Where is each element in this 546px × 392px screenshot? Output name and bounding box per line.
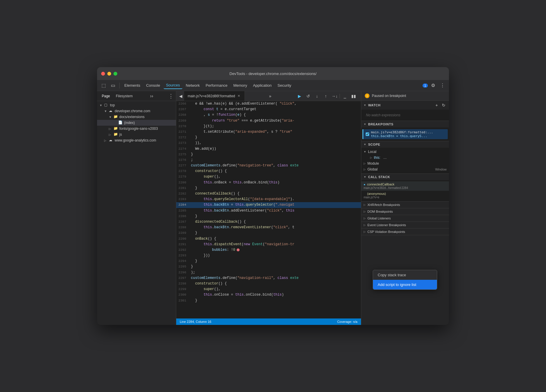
status-bar: Line 2284, Column 16 Coverage: n/a: [176, 318, 361, 325]
module-arrow: ▷: [364, 162, 366, 165]
code-line-2269: 2269 return "true" === e.getAttribute("a…: [176, 118, 361, 124]
scope-arrow: ▼: [364, 143, 366, 146]
callstack-item-1[interactable]: ● (anonymous) main.js?v=e: [361, 191, 449, 200]
line-num: 2276: [176, 157, 190, 163]
scope-header[interactable]: ▼ Scope: [361, 141, 449, 148]
callstack-active-icon: ●: [364, 183, 365, 186]
pause-on-exceptions-button[interactable]: ▮▮: [350, 92, 357, 100]
line-num: 2273: [176, 140, 190, 146]
watch-header[interactable]: ▼ Watch + ↻: [361, 101, 449, 110]
breakpoint-code: this.backBtn = this.queryS...: [371, 134, 433, 138]
csp-violation-header[interactable]: ▷ CSP Violation Breakpoints: [361, 229, 449, 235]
tab-application[interactable]: Application: [251, 82, 274, 89]
breakpoint-checkbox[interactable]: [366, 132, 369, 136]
line-content: this.backBtn.addEventListener("click", t…: [190, 208, 361, 214]
line-num: 2270: [176, 124, 190, 129]
local-scope-header[interactable]: ▼ Local: [361, 149, 449, 155]
callstack-header[interactable]: ▼ Call Stack: [361, 174, 449, 180]
device-toolbar-button[interactable]: ▭: [109, 81, 117, 90]
step-into-button[interactable]: ↓: [313, 92, 321, 100]
minimize-button[interactable]: [107, 72, 111, 76]
xhr-fetch-section: ▷ XHR/fetch Breakpoints: [361, 202, 449, 208]
file-icon-index: 📄: [118, 120, 123, 125]
code-line-2293: 2293 })): [176, 253, 361, 258]
line-num: 2284: [176, 202, 190, 208]
right-panel-scroll: ▼ Watch + ↻ No watch expressions ▼: [361, 101, 449, 325]
code-line-2279: 2279 super(),: [176, 174, 361, 180]
this-scope-item[interactable]: ▷ this: …: [361, 155, 449, 161]
deactivate-breakpoints-button[interactable]: ⎯: [341, 92, 349, 100]
add-watch-button[interactable]: +: [434, 102, 440, 108]
sidebar-toggle-button[interactable]: ◀: [177, 93, 184, 100]
refresh-watch-button[interactable]: ↻: [441, 102, 447, 108]
editor-tab-main-js[interactable]: main.js?v=e382d86f:formatted ✕: [184, 91, 245, 101]
settings-button[interactable]: ⚙: [429, 81, 437, 90]
left-panel: Page Filesystem ›› ⋮ ▼ ▢ top ▼ ☁ de: [97, 91, 176, 325]
code-line-2301: 2301 }: [176, 298, 361, 304]
line-content: }(t);: [190, 124, 361, 129]
new-source-button[interactable]: ⋮: [168, 93, 174, 99]
line-num: 2294: [176, 258, 190, 264]
tab-console[interactable]: Console: [144, 82, 162, 89]
module-scope-header[interactable]: ▷ Module: [361, 161, 449, 166]
tree-item-docs-extensions[interactable]: ▼ 📁 docs/extensions: [97, 114, 176, 120]
line-num: 2266: [176, 101, 190, 107]
tree-item-top[interactable]: ▼ ▢ top: [97, 102, 176, 108]
line-content: }: [190, 135, 361, 140]
xhr-arrow: ▷: [364, 203, 366, 206]
dom-breakpoints-section: ▷ DOM Breakpoints: [361, 208, 449, 215]
step-out-button[interactable]: ↑: [322, 92, 330, 100]
global-label: Global: [367, 167, 378, 171]
copy-stack-trace-item[interactable]: Copy stack trace: [373, 270, 437, 280]
tree-item-index[interactable]: ▷ 📄 (index): [97, 120, 176, 126]
close-tab-button[interactable]: ✕: [237, 94, 241, 98]
code-line-2272: 2272 }: [176, 135, 361, 140]
breakpoints-header[interactable]: ▼ Breakpoints: [361, 121, 449, 127]
editor-tabs-more-button[interactable]: »: [267, 93, 273, 100]
global-listeners-header[interactable]: ▷ Global Listeners: [361, 215, 449, 221]
breakpoints-section: ▼ Breakpoints main.js?v=e382d86f:formatt…: [361, 121, 449, 141]
maximize-button[interactable]: [113, 72, 117, 76]
more-options-button[interactable]: ⋮: [438, 81, 447, 90]
tree-item-analytics[interactable]: ▷ ☁ www.google-analytics.com: [97, 137, 176, 143]
tab-page[interactable]: Page: [99, 93, 112, 99]
tab-memory[interactable]: Memory: [231, 82, 250, 89]
panel-more-button[interactable]: ››: [150, 93, 153, 99]
panel-tabs: Page Filesystem ›› ⋮: [97, 91, 176, 101]
line-num: 2292: [176, 247, 190, 253]
callstack-item-0[interactable]: ● connectedCallback main.js?v=e382d...fo…: [361, 181, 449, 191]
tab-sources[interactable]: Sources: [164, 82, 182, 89]
tree-item-fonts[interactable]: ▷ 📁 fonts/google-sans-v2003: [97, 126, 176, 132]
global-scope-header[interactable]: ▷ Global Window: [361, 166, 449, 172]
tab-security[interactable]: Security: [275, 82, 294, 89]
status-coverage: Coverage: n/a: [337, 320, 357, 323]
add-to-ignore-list-item[interactable]: Add script to ignore list: [373, 280, 437, 289]
tab-network[interactable]: Network: [184, 82, 202, 89]
step-button[interactable]: →↓: [331, 92, 338, 100]
breakpoint-file: main.js?v=e382d86f:formatted:...: [371, 130, 433, 134]
breakpoint-item[interactable]: main.js?v=e382d86f:formatted:... this.ba…: [362, 129, 448, 139]
folder-icon-docs: 📁: [113, 115, 118, 119]
tree-item-js[interactable]: ▷ 📁 js: [97, 132, 176, 137]
code-line-2280: 2280 this.onBack = this.onBack.bind(this…: [176, 180, 361, 185]
tab-performance[interactable]: Performance: [203, 82, 230, 89]
step-over-button[interactable]: ↺: [304, 92, 312, 100]
csp-violation-arrow: ▷: [364, 230, 366, 233]
tree-arrow-js: ▷: [109, 133, 113, 136]
code-editor[interactable]: 2266 e && !we.has(e) && (e.addEventListe…: [176, 101, 361, 318]
xhr-fetch-header[interactable]: ▷ XHR/fetch Breakpoints: [361, 202, 449, 208]
callstack-content: ● connectedCallback main.js?v=e382d...fo…: [361, 180, 449, 201]
cursor-tool-button[interactable]: ⬚: [99, 81, 108, 90]
tab-elements[interactable]: Elements: [122, 82, 143, 89]
code-line-2298: 2298 constructor() {: [176, 281, 361, 287]
callstack-arrow: ▼: [364, 175, 366, 178]
tree-arrow-top: ▼: [99, 104, 104, 107]
close-button[interactable]: [101, 72, 105, 76]
tree-item-chrome-com[interactable]: ▼ ☁ developer.chrome.com: [97, 108, 176, 114]
resume-button[interactable]: ▶: [296, 92, 303, 100]
folder-icon: ▢: [104, 103, 109, 108]
dom-breakpoints-header[interactable]: ▷ DOM Breakpoints: [361, 208, 449, 215]
tab-filesystem[interactable]: Filesystem: [113, 93, 135, 99]
event-listener-header[interactable]: ▷ Event Listener Breakpoints: [361, 222, 449, 228]
line-content: }: [190, 258, 361, 264]
